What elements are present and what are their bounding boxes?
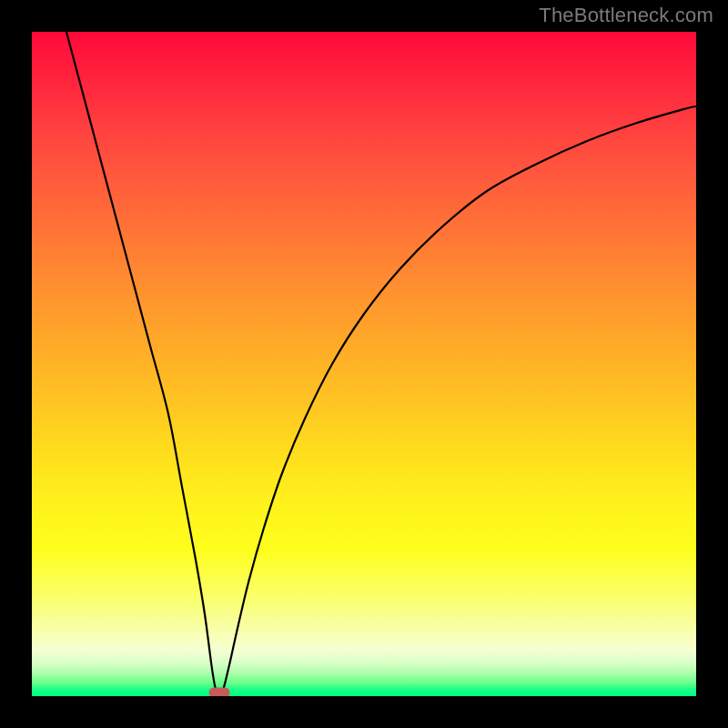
chart-frame: TheBottleneck.com	[0, 0, 728, 728]
watermark-text: TheBottleneck.com	[539, 4, 713, 27]
bottleneck-curve	[32, 32, 696, 696]
minimum-marker	[209, 688, 230, 697]
plot-area	[32, 32, 696, 696]
